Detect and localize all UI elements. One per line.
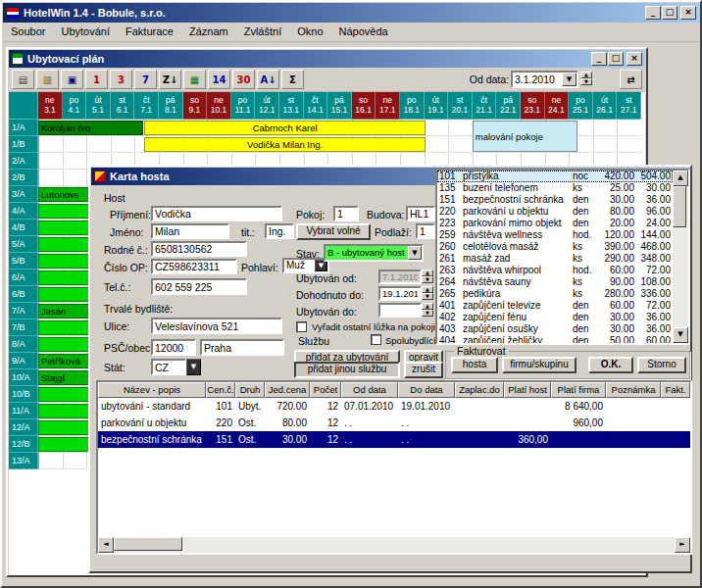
save-button[interactable]: ▣ [61,70,83,89]
od-data-value[interactable] [513,73,562,86]
table-hscrollbar[interactable]: ◄ ► [98,537,690,553]
podlazi-input[interactable] [416,223,435,239]
spinner-down-icon[interactable]: ▼ [422,293,433,300]
tit-input[interactable] [265,223,294,239]
op-input[interactable] [151,259,237,274]
menu-zvláštní[interactable]: Zvláštní [236,23,290,40]
booking-bar[interactable] [38,404,93,418]
booking-bar[interactable] [38,254,93,269]
room-label-10/A[interactable]: 10/A [9,369,38,386]
spinner-up-icon[interactable]: ▲ [422,270,433,276]
view-7-days-button[interactable]: 7 [134,70,157,89]
fakturovat-firmu-button[interactable]: firmu/skupinu [502,357,577,373]
print-button[interactable]: ▤ [12,70,34,89]
fakturovat-hosta-button[interactable]: hosta [451,357,498,373]
service-row[interactable]: 404zapůjčení žehličkyden50.0060.00 [437,335,673,343]
ulice-input[interactable] [151,318,282,334]
spinner-up-icon[interactable]: ▲ [422,303,433,310]
service-row[interactable]: 265pedikúraks280.00336.00 [437,288,673,300]
vybrat-volne-button[interactable]: Vybrat volné [296,223,371,240]
budova-input[interactable] [406,206,435,221]
view-30-days-button[interactable]: 30 [232,70,255,89]
room-label-6/A[interactable]: 6/A [9,270,38,286]
stat-input[interactable] [151,359,186,375]
service-row[interactable]: 151bezpečnostní schránkaden30.0036.00 [437,194,673,206]
vyradit-checkbox[interactable] [296,321,307,332]
column-header-11[interactable]: Fakt. [661,382,690,398]
service-row[interactable]: 402zapůjčení fénuden30.0036.00 [437,312,673,323]
booking-bar-Stajgl[interactable]: Stajgl [38,370,93,385]
menu-okno[interactable]: Okno [289,23,330,40]
main-minimize-button[interactable]: _ [645,6,661,20]
scroll-thumb[interactable] [114,537,182,551]
column-header-1[interactable]: Cen.č. [206,382,235,398]
stat-dropdown-icon[interactable]: ▼ [186,359,201,375]
service-row[interactable]: 101přistýlkanoc420.00504.00 [437,171,673,182]
stav-combo[interactable]: B - ubytovaný host ▼ [324,244,424,262]
scroll-up-button[interactable]: ▲ [673,171,688,186]
booking-bar[interactable] [38,287,93,302]
service-scrollbar[interactable]: ▲ ▼ [673,171,688,343]
room-label-12/B[interactable]: 12/B [9,436,38,453]
sort-za-button[interactable]: Z↓ [159,70,181,89]
booking-bar[interactable] [38,437,93,452]
sum-button[interactable]: Σ [281,70,304,89]
booking-bar[interactable] [38,204,93,219]
column-header-4[interactable]: Počet [310,382,341,398]
booking-bar[interactable] [38,320,93,335]
service-row[interactable]: 264návštěva saunyks90.00108.00 [437,276,673,288]
column-header-6[interactable]: Do data [398,382,455,398]
scroll-down-button[interactable]: ▼ [673,327,688,343]
main-maximize-button[interactable]: □ [662,6,677,20]
ubytovan-do-input[interactable] [378,303,422,318]
column-header-5[interactable]: Od data [341,382,398,398]
pohlavi-combo[interactable]: Muž ▼ [282,258,329,273]
scroll-thumb[interactable] [673,186,686,227]
stav-dropdown-icon[interactable]: ▼ [408,246,422,260]
column-header-9[interactable]: Platí firma [551,382,606,398]
room-label-9/A[interactable]: 9/A [9,353,38,369]
menu-ubytování[interactable]: Ubytování [53,23,118,40]
ok-button[interactable]: O.K. [588,357,633,373]
tel-input[interactable] [151,278,247,295]
od-data-combo[interactable]: ▼ [511,71,578,88]
dohodnuto-do-input[interactable] [378,286,422,301]
column-header-8[interactable]: Platí host [504,382,551,398]
menu-nápověda[interactable]: Nápověda [331,23,396,40]
menu-soubor[interactable]: Soubor [3,23,53,40]
booking-bar[interactable] [38,237,93,252]
booking-bar-malování pokoje[interactable]: malování pokoje [473,121,577,152]
service-row[interactable]: 261masáž zadks290.00348.00 [437,253,673,265]
spinner-down-icon[interactable]: ▼ [580,78,592,85]
booking-bar-Koroljan Ivo[interactable]: Koroljan Ivo [38,121,143,135]
view-14-days-button[interactable]: 14 [208,70,230,89]
ubytovan-od-spinner[interactable]: ▲ ▼ [422,270,433,283]
jmeno-input[interactable] [151,223,229,239]
column-header-0[interactable]: Název - popis [98,382,206,398]
pridat-jinou-sluzbu-button[interactable]: přidat jinou službu [294,362,400,378]
plan-minimize-button[interactable]: _ [591,52,607,66]
booking-bar-Vodička Milan Ing.[interactable]: Vodička Milan Ing. [144,137,426,152]
rodne-input[interactable] [151,241,247,257]
plan-titlebar[interactable]: Ubytovací plán _ □ × [9,50,645,68]
room-label-7/B[interactable]: 7/B [9,319,38,336]
service-row[interactable]: 403zapůjčení osuškyden30.0036.00 [437,323,673,335]
room-label-5/A[interactable]: 5/A [9,236,38,253]
spinner-down-icon[interactable]: ▼ [422,276,433,283]
booking-bar[interactable] [38,220,93,235]
main-close-button[interactable]: × [680,6,696,20]
view-1-day-button[interactable]: 1 [85,70,108,89]
view-3-days-button[interactable]: 3 [110,70,132,89]
room-label-5/B[interactable]: 5/B [9,253,38,270]
storno-button[interactable]: Storno [637,357,686,373]
plan-close-button[interactable]: × [627,52,642,66]
table-row[interactable]: bezpečnostní schránka151Ost.30.0012. .. … [98,431,690,448]
booking-bar[interactable] [38,337,93,352]
main-titlebar[interactable]: HotelWin 1.4 - Bobule, s.r.o. _ □ × [3,3,699,23]
booking-bar[interactable] [38,420,93,435]
room-label-7/A[interactable]: 7/A [9,303,38,319]
dohodnuto-do-spinner[interactable]: ▲ ▼ [422,286,433,300]
service-row[interactable]: 401zapůjčení televizeden60.0072.00 [437,300,673,312]
room-label-2/B[interactable]: 2/B [9,170,38,186]
service-row[interactable]: 259návštěva wellnesshod.120.00144.00 [437,229,673,241]
